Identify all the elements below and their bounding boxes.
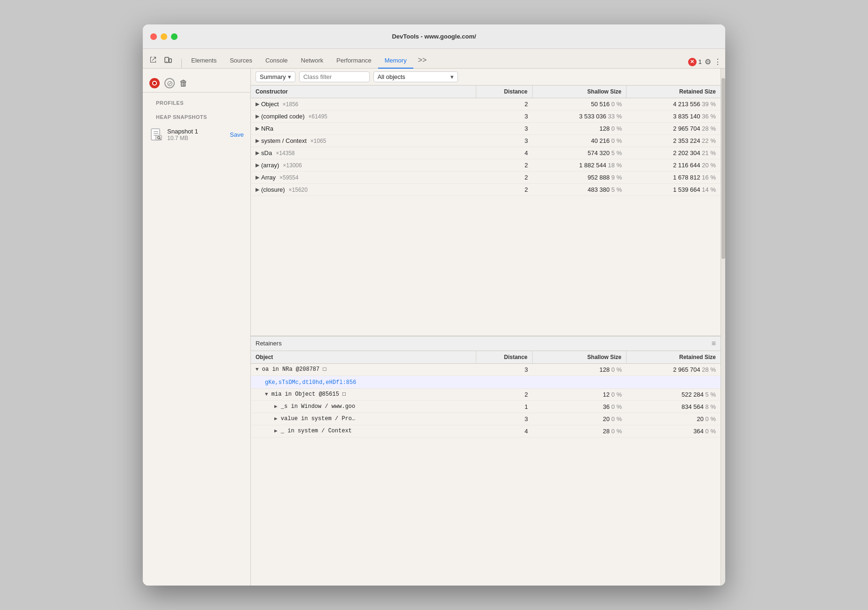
expand-arrow-icon[interactable]: ▶ [256,174,259,180]
constructor-count: ×59554 [279,174,298,181]
retainer-distance-cell: 4 [476,425,533,437]
close-button[interactable] [150,33,157,40]
retained-size-cell: 1 539 664 14 % [627,184,721,196]
shallow-size-cell: 3 533 036 33 % [533,110,627,122]
constructor-cell: ▶ system / Context ×1065 [251,135,476,147]
retainers-menu-icon[interactable]: ≡ [712,339,716,348]
profiles-section: Profiles [143,93,250,109]
tab-memory[interactable]: Memory [378,53,413,69]
panels-container: Constructor Distance Shallow Size Retain… [251,86,721,586]
table-row[interactable]: ▶ (closure) ×15620 2 483 380 5 % 1 539 6… [251,184,721,196]
tab-bar: Elements Sources Console Network Perform… [143,49,725,69]
retainer-row[interactable]: gKe,sTsDMc,dtl0hd,eHDfl:856 [251,376,721,389]
retainer-row[interactable]: ▼ oa in NRa @208787 □ 3 128 0 % 2 965 70… [251,364,721,376]
retainers-shallow-header: Shallow Size [533,351,627,363]
expand-arrow-icon[interactable]: ▶ [274,428,278,434]
constructor-cell: ▶ (array) ×13006 [251,159,476,171]
expand-arrow-icon[interactable]: ▶ [256,162,259,168]
constructor-count: ×15620 [289,187,308,193]
constructor-name: Array [261,174,276,181]
constructor-name: NRa [261,125,273,132]
main-panel: Summary ▾ All objects ▾ Constructor [251,69,721,586]
shallow-size-cell: 483 380 5 % [533,184,627,196]
tab-performance[interactable]: Performance [330,53,378,69]
retainer-row[interactable]: ▼ mia in Object @85615 □ 2 12 0 % 522 28… [251,389,721,401]
table-row[interactable]: ▶ Object ×1856 2 50 516 0 % 4 213 556 39… [251,98,721,110]
all-objects-arrow-icon: ▾ [450,73,454,80]
expand-arrow-icon[interactable]: ▶ [256,113,259,119]
tab-console[interactable]: Console [259,53,294,69]
retainer-row[interactable]: ▶ _ in system / Context 4 28 0 % 364 0 % [251,425,721,438]
expand-arrow-icon[interactable]: ▶ [274,416,278,422]
retainers-table-header: Object Distance Shallow Size Retained Si… [251,351,721,364]
table-row[interactable]: ▶ (array) ×13006 2 1 882 544 18 % 2 116 … [251,159,721,172]
table-row[interactable]: ▶ sDa ×14358 4 574 320 5 % 2 202 304 21 … [251,147,721,159]
expand-arrow-icon[interactable]: ▶ [256,101,259,107]
shallow-size-cell: 952 888 9 % [533,172,627,183]
retainers-distance-header: Distance [476,351,533,363]
more-options-icon[interactable]: ⋮ [714,57,721,66]
shallow-size-header: Shallow Size [533,86,627,98]
constructor-count: ×61495 [309,113,327,120]
retained-size-cell: 2 353 224 22 % [627,135,721,147]
table-row[interactable]: ▶ Array ×59554 2 952 888 9 % 1 678 812 1… [251,172,721,184]
retained-size-cell: 1 678 812 16 % [627,172,721,183]
delete-profile-button[interactable]: 🗑 [179,78,188,88]
retainers-object-header: Object [251,351,476,363]
retainer-row[interactable]: ▶ _s in Window / www.goo 1 36 0 % 834 56… [251,401,721,413]
minimize-button[interactable] [161,33,167,40]
retainer-link-text[interactable]: gKe,sTsDMc,dtl0hd,eHDfl:856 [265,379,356,386]
shallow-size-cell: 40 216 0 % [533,135,627,147]
window-title: DevTools - www.google.com/ [392,33,476,40]
clear-profiles-button[interactable]: ⊘ [164,78,175,88]
retainer-object-cell: ▼ oa in NRa @208787 □ [251,364,476,375]
scrollbar-thumb[interactable] [721,78,725,259]
expand-arrow-icon[interactable]: ▶ [256,125,259,132]
error-icon: ✕ [688,58,697,66]
constructor-name: (closure) [261,186,285,193]
all-objects-dropdown[interactable]: All objects ▾ [373,71,458,82]
retainer-shallow-cell: 20 0 % [533,413,627,425]
table-row[interactable]: ▶ NRa 3 128 0 % 2 965 704 28 % [251,123,721,135]
retained-size-cell: 2 116 644 20 % [627,159,721,171]
settings-icon[interactable]: ⚙ [705,57,711,66]
tab-network[interactable]: Network [294,53,330,69]
inspect-element-icon[interactable] [147,53,160,66]
scrollbar[interactable] [721,69,725,586]
constructor-name: sDa [261,149,272,156]
retainer-object-cell: ▶ value in system / Pro… [251,413,476,425]
expand-arrow-icon[interactable]: ▶ [256,138,259,144]
retainer-distance-cell: 2 [476,389,533,400]
snapshot-size: 10.7 MB [167,135,226,141]
shallow-size-cell: 128 0 % [533,123,627,134]
expand-arrow-icon[interactable]: ▼ [256,367,259,372]
maximize-button[interactable] [171,33,178,40]
snapshot-item[interactable]: Snapshot 1 10.7 MB Save [143,124,250,145]
retainer-shallow-cell: 36 0 % [533,401,627,413]
retainer-row[interactable]: ▶ value in system / Pro… 3 20 0 % 20 0 % [251,413,721,425]
class-filter-input[interactable] [299,71,370,82]
save-link[interactable]: Save [230,131,244,138]
constructor-cell: ▶ Object ×1856 [251,98,476,110]
expand-arrow-icon[interactable]: ▶ [256,150,259,156]
summary-dropdown[interactable]: Summary ▾ [256,71,295,82]
tab-more-button[interactable]: >> [413,52,432,68]
retainer-shallow-cell: 28 0 % [533,425,627,437]
heap-snapshots-title: HEAP SNAPSHOTS [149,111,244,122]
expand-arrow-icon[interactable]: ▶ [256,187,259,193]
device-toolbar-icon[interactable] [162,53,175,66]
titlebar: DevTools - www.google.com/ [143,24,725,49]
memory-toolbar: Summary ▾ All objects ▾ [251,69,721,86]
expand-arrow-icon[interactable]: ▶ [274,404,278,409]
tab-sources[interactable]: Sources [223,53,259,69]
tab-elements[interactable]: Elements [185,53,223,69]
svg-rect-1 [169,59,171,63]
table-row[interactable]: ▶ system / Context ×1065 3 40 216 0 % 2 … [251,135,721,147]
table-row[interactable]: ▶ (compiled code) ×61495 3 3 533 036 33 … [251,110,721,123]
expand-arrow-icon[interactable]: ▼ [265,391,268,397]
start-recording-button[interactable] [149,78,160,88]
lower-panel: Retainers ≡ Object Distance Shallow Size [251,336,721,586]
constructor-header: Constructor [251,86,476,98]
retainer-distance-cell: 1 [476,401,533,413]
distance-cell: 3 [476,110,533,122]
